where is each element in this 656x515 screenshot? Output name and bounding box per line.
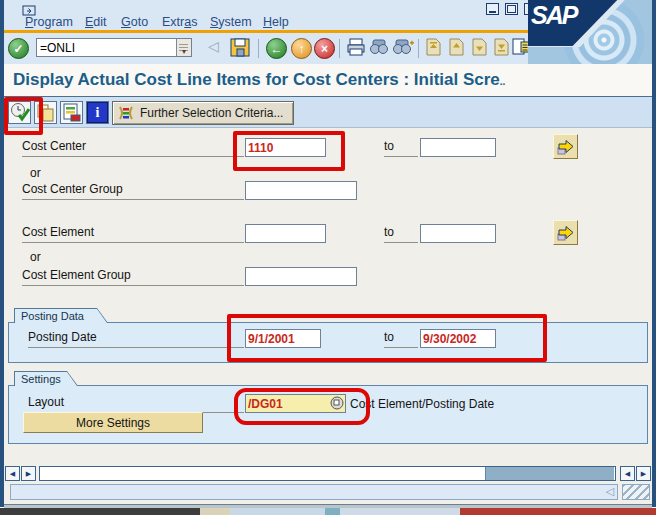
enter-check-icon: ✓ — [8, 38, 29, 59]
cost-center-group-label: Cost Center Group — [22, 182, 244, 200]
layout-matchcode-button[interactable] — [330, 396, 344, 414]
cost-center-multiple-selection-button[interactable] — [553, 134, 578, 159]
bottom-scroll-area: ◁ — [10, 484, 618, 500]
save-icon — [230, 38, 250, 57]
back-button[interactable]: ← — [266, 38, 287, 59]
cost-element-multiple-selection-button[interactable] — [553, 220, 578, 245]
posting-date-from-input[interactable] — [245, 329, 321, 348]
further-selection-criteria-button[interactable]: Further Selection Criteria... — [112, 101, 294, 125]
sap-window: × Program Edit Goto Extras System Help ✓… — [0, 0, 656, 515]
find-next-button[interactable] — [392, 38, 414, 55]
settings-tab: Settings — [14, 371, 78, 386]
menu-extras[interactable]: Extras — [162, 15, 197, 29]
menu-goto[interactable]: Goto — [121, 15, 148, 29]
command-input[interactable] — [38, 40, 180, 55]
previous-page-button[interactable] — [447, 38, 466, 56]
menu-edit[interactable]: Edit — [85, 15, 107, 29]
last-page-button[interactable] — [492, 38, 511, 56]
layout-label: Layout — [28, 395, 244, 413]
cost-element-to-label: to — [384, 225, 418, 243]
window-border-right — [652, 0, 656, 507]
cost-center-label: Cost Center — [22, 139, 244, 157]
sliver-segment — [230, 508, 325, 515]
cost-center-input[interactable] — [245, 138, 326, 157]
execute-button[interactable] — [8, 101, 31, 124]
info-icon: i — [87, 102, 108, 123]
cost-element-label: Cost Element — [22, 225, 244, 243]
execute-clock-icon — [9, 102, 30, 123]
info-button[interactable]: i — [86, 101, 109, 124]
sliver-segment — [340, 508, 460, 515]
first-page-button[interactable] — [424, 38, 443, 56]
cost-element-group-label: Cost Element Group — [22, 268, 244, 286]
matchcode-icon — [330, 396, 344, 410]
find-icon — [368, 38, 390, 55]
get-variant-button[interactable] — [60, 101, 83, 124]
menu-program[interactable]: Program — [25, 15, 73, 29]
multiple-selection-arrow-icon — [556, 137, 575, 156]
sliver-segment — [460, 508, 656, 515]
find-button[interactable] — [368, 38, 390, 55]
documents-icon — [36, 103, 56, 123]
maximize-icon — [507, 5, 516, 13]
previous-page-icon — [447, 38, 466, 56]
data-source-button[interactable] — [34, 101, 57, 124]
screenshot-bottom-sliver — [0, 508, 656, 515]
status-scroll-triangle-icon[interactable]: ◁ — [606, 485, 614, 498]
maximize-button[interactable] — [505, 3, 518, 15]
minimize-button[interactable] — [486, 3, 499, 15]
last-page-icon — [492, 38, 511, 56]
enter-button[interactable]: ✓ — [8, 38, 29, 59]
cost-element-group-input[interactable] — [245, 267, 357, 286]
menu-help[interactable]: Help — [263, 15, 289, 29]
scrollbar-track[interactable] — [39, 466, 616, 481]
posting-data-tab: Posting Data — [14, 308, 108, 323]
menu-system[interactable]: System — [210, 15, 252, 29]
sliver-segment — [200, 508, 230, 515]
command-dropdown-icon[interactable]: ▾ — [176, 39, 191, 56]
scrollbar-left-button[interactable]: ◀ — [5, 466, 20, 481]
sliver-segment — [325, 508, 340, 515]
title-band: Display Actual Cost Line Items for Cost … — [4, 64, 652, 97]
scrollbar-left-button-2[interactable]: ◀ — [620, 466, 635, 481]
variant-icon — [62, 103, 82, 123]
further-selection-label: Further Selection Criteria... — [140, 106, 283, 120]
cost-element-to-input[interactable] — [420, 224, 496, 243]
toolbar-separator — [418, 39, 419, 58]
posting-date-label: Posting Date — [28, 330, 244, 348]
toolbar-separator — [258, 39, 259, 58]
page-title: Display Actual Cost Line Items for Cost … — [13, 70, 505, 90]
cancel-x-icon: × — [314, 38, 335, 59]
posting-date-to-input[interactable] — [420, 329, 496, 348]
cost-center-group-input[interactable] — [245, 181, 357, 200]
settings-tab-label: Settings — [15, 372, 77, 386]
scrollbar-right-button-2[interactable]: ▶ — [636, 466, 651, 481]
cancel-button[interactable]: × — [314, 38, 335, 59]
back-triangle-icon[interactable]: ◁ — [208, 38, 219, 54]
more-settings-button[interactable]: More Settings — [23, 412, 203, 433]
print-button[interactable] — [346, 38, 366, 56]
multiple-selection-arrow-icon — [556, 223, 575, 242]
or-label: or — [30, 250, 41, 264]
posting-date-to-label: to — [384, 330, 418, 348]
cost-center-to-label: to — [384, 139, 418, 157]
sap-logo: SAP — [528, 0, 652, 64]
posting-data-tab-label: Posting Data — [15, 309, 107, 323]
minimize-icon — [489, 11, 496, 13]
cost-element-input[interactable] — [245, 224, 326, 243]
cost-center-to-input[interactable] — [420, 138, 496, 157]
save-button[interactable] — [230, 38, 250, 57]
or-label: or — [30, 166, 41, 180]
resize-grip[interactable] — [622, 484, 650, 500]
command-field-frame: ▾ — [36, 38, 192, 57]
title-truncation-dots: .. — [500, 76, 506, 87]
next-page-button[interactable] — [470, 38, 489, 56]
accent-stripe — [4, 30, 534, 33]
first-page-icon — [424, 38, 443, 56]
scrollbar-thumb[interactable] — [485, 467, 614, 480]
back-arrow-icon: ← — [266, 38, 287, 59]
scrollbar-right-button[interactable]: ▶ — [21, 466, 36, 481]
exit-arrow-icon: ↑ — [291, 38, 312, 59]
exit-button[interactable]: ↑ — [291, 38, 312, 59]
layout-description: Cost Element/Posting Date — [350, 397, 494, 411]
